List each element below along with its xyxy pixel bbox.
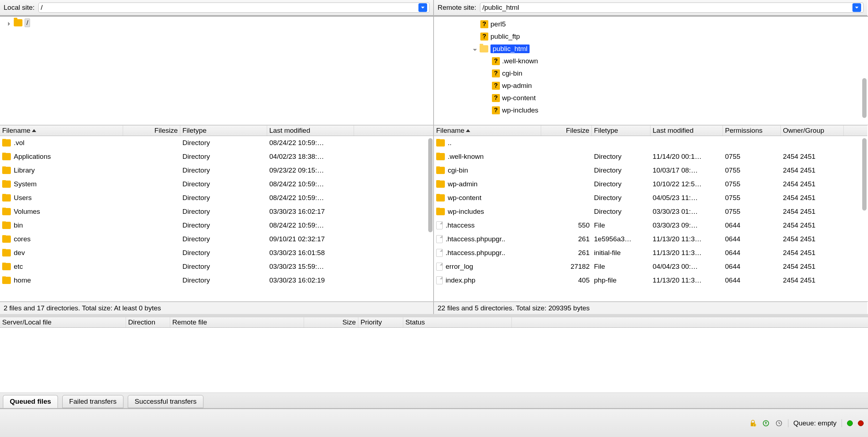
local-file-list[interactable]: Filename Filesize Filetype Last modified… <box>0 125 434 301</box>
remote-tree-item[interactable]: ? cgi-bin <box>434 67 867 80</box>
column-permissions[interactable]: Permissions <box>723 126 781 136</box>
column-filename[interactable]: Filename <box>434 126 541 136</box>
queue-col-priority[interactable]: Priority <box>358 317 403 327</box>
remote-tree-label: cgi-bin <box>502 69 522 77</box>
transfer-tabs: Queued files Failed transfers Successful… <box>0 393 868 409</box>
table-row[interactable]: etcDirectory03/30/23 15:59:… <box>0 260 433 273</box>
filename: .htaccess.phpupgr.. <box>446 235 505 243</box>
table-row[interactable]: devDirectory03/30/23 16:01:58 <box>0 246 433 260</box>
unknown-folder-icon: ? <box>492 94 500 102</box>
filename: .vol <box>14 139 25 147</box>
lastmodified: 04/05/23 11:… <box>650 194 723 202</box>
filename: error_log <box>446 263 473 271</box>
lastmodified: 03/30/23 16:02:19 <box>267 276 354 284</box>
tab-failed-transfers[interactable]: Failed transfers <box>62 395 123 408</box>
column-filesize[interactable]: Filesize <box>123 126 180 136</box>
filetype: php-file <box>592 276 650 284</box>
table-row[interactable]: .volDirectory08/24/22 10:59:… <box>0 136 433 150</box>
chevron-down-icon[interactable] <box>472 46 477 51</box>
lock-warn-icon[interactable]: ! <box>749 419 757 427</box>
local-path-dropdown-button[interactable] <box>418 3 427 12</box>
column-ownergroup[interactable]: Owner/Group <box>781 126 844 136</box>
local-summary: 2 files and 17 directories. Total size: … <box>0 302 434 314</box>
scrollbar-thumb[interactable] <box>428 138 433 232</box>
column-filename[interactable]: Filename <box>0 126 123 136</box>
table-row[interactable]: binDirectory08/24/22 10:59:… <box>0 218 433 232</box>
chevron-right-icon[interactable] <box>7 20 12 25</box>
filetype: Directory <box>180 194 267 202</box>
ownergroup: 2454 2451 <box>781 153 844 161</box>
filetype: Directory <box>180 276 267 284</box>
table-row[interactable]: LibraryDirectory09/23/22 09:15:… <box>0 164 433 177</box>
queue-col-status[interactable]: Status <box>403 317 512 327</box>
table-row[interactable]: wp-adminDirectory10/10/22 12:5…07552454 … <box>434 177 867 191</box>
remote-tree-item[interactable]: ? wp-includes <box>434 104 867 116</box>
table-row[interactable]: wp-includesDirectory03/30/23 01:…0755245… <box>434 205 867 218</box>
ownergroup: 2454 2451 <box>781 208 844 216</box>
folder-icon <box>436 194 445 201</box>
column-lastmodified[interactable]: Last modified <box>267 126 354 136</box>
sync-icon[interactable]: A <box>762 419 770 427</box>
local-tree-root[interactable]: / <box>0 17 433 29</box>
table-row[interactable]: ApplicationsDirectory04/02/23 18:38:… <box>0 150 433 164</box>
remote-tree-item-selected[interactable]: public_html <box>434 43 867 55</box>
column-lastmodified[interactable]: Last modified <box>650 126 723 136</box>
queue-col-size[interactable]: Size <box>304 317 358 327</box>
remote-tree-item[interactable]: ? wp-admin <box>434 80 867 92</box>
table-row[interactable]: UsersDirectory08/24/22 10:59:… <box>0 191 433 205</box>
queue-col-direction[interactable]: Direction <box>126 317 170 327</box>
filetype: 1e5956a3… <box>592 235 650 243</box>
table-row[interactable]: VolumesDirectory03/30/23 16:02:17 <box>0 205 433 218</box>
clock-icon[interactable] <box>775 419 783 427</box>
filetype: Directory <box>180 180 267 188</box>
local-tree[interactable]: / <box>0 17 434 125</box>
svg-text:!: ! <box>754 424 755 426</box>
remote-tree-label: public_html <box>490 44 530 53</box>
remote-tree[interactable]: ? perl5 ? public_ftp public_html ? .well… <box>434 17 867 125</box>
table-row[interactable]: wp-contentDirectory04/05/23 11:…07552454… <box>434 191 867 205</box>
file-icon <box>436 235 443 243</box>
filetype: Directory <box>180 166 267 174</box>
lastmodified: 04/04/23 00:… <box>650 263 723 271</box>
remote-site-path-combobox[interactable]: /public_html <box>480 3 864 13</box>
folder-icon <box>436 181 445 188</box>
table-row[interactable]: homeDirectory03/30/23 16:02:19 <box>0 273 433 287</box>
filetype: Directory <box>180 263 267 271</box>
table-row[interactable]: error_log27182File04/04/23 00:…06442454 … <box>434 260 867 273</box>
remote-tree-item[interactable]: ? perl5 <box>434 18 867 30</box>
ownergroup: 2454 2451 <box>781 180 844 188</box>
table-row[interactable]: index.php405php-file11/13/20 11:3…064424… <box>434 273 867 287</box>
queue-pane[interactable] <box>0 328 868 393</box>
local-site-path-combobox[interactable]: / <box>38 3 430 13</box>
folder-icon <box>436 139 445 147</box>
scrollbar-thumb[interactable] <box>862 138 867 211</box>
table-row[interactable]: .well-knownDirectory11/14/20 00:1…075524… <box>434 150 867 164</box>
remote-site-path: /public_html <box>483 4 852 12</box>
remote-file-list[interactable]: Filename Filesize Filetype Last modified… <box>434 125 867 301</box>
table-row[interactable]: .htaccess.phpupgr..2611e5956a3…11/13/20 … <box>434 232 867 246</box>
table-row[interactable]: .htaccess.phpupgr..261initial-file11/13/… <box>434 246 867 260</box>
table-row[interactable]: .htaccess550File03/30/23 09:…06442454 24… <box>434 218 867 232</box>
column-filesize[interactable]: Filesize <box>541 126 592 136</box>
filesize: 261 <box>541 249 592 257</box>
tab-successful-transfers[interactable]: Successful transfers <box>128 395 203 408</box>
table-row[interactable]: coresDirectory09/10/21 02:32:17 <box>0 232 433 246</box>
table-row[interactable]: cgi-binDirectory10/03/17 08:…07552454 24… <box>434 164 867 177</box>
table-row[interactable]: .. <box>434 136 867 150</box>
tab-queued-files[interactable]: Queued files <box>3 395 58 408</box>
ownergroup: 2454 2451 <box>781 235 844 243</box>
ownergroup: 2454 2451 <box>781 221 844 229</box>
lastmodified: 08/24/22 10:59:… <box>267 180 354 188</box>
queue-col-remote[interactable]: Remote file <box>170 317 304 327</box>
ownergroup: 2454 2451 <box>781 263 844 271</box>
remote-path-dropdown-button[interactable] <box>852 3 861 12</box>
queue-status-label: Queue: empty <box>793 419 837 427</box>
remote-tree-item[interactable]: ? wp-content <box>434 92 867 104</box>
remote-tree-item[interactable]: ? public_ftp <box>434 30 867 43</box>
column-filetype[interactable]: Filetype <box>592 126 650 136</box>
scrollbar-thumb[interactable] <box>862 78 867 118</box>
column-filetype[interactable]: Filetype <box>180 126 267 136</box>
queue-col-serverlocal[interactable]: Server/Local file <box>0 317 126 327</box>
remote-tree-item[interactable]: ? .well-known <box>434 55 867 67</box>
table-row[interactable]: SystemDirectory08/24/22 10:59:… <box>0 177 433 191</box>
